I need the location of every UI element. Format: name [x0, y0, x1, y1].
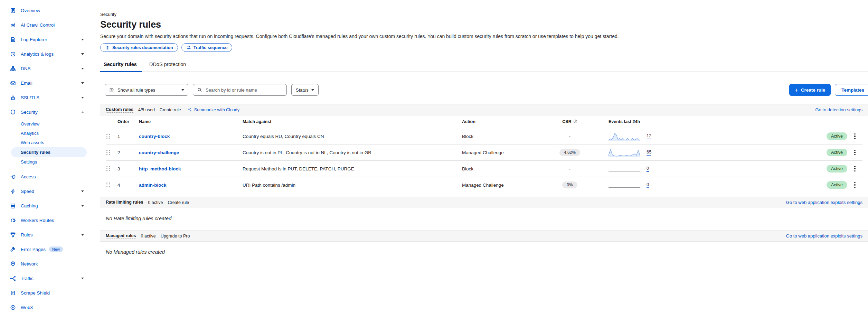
kebab-menu-icon[interactable] [853, 148, 857, 157]
sidebar-item-dns[interactable]: DNS [0, 61, 89, 76]
document-icon [10, 290, 16, 296]
sidebar-item-ai-crawl-control[interactable]: AI Crawl Control [0, 18, 89, 32]
table-row: 2 country-challenge Country is not in PL… [106, 144, 862, 161]
events-count-link[interactable]: 0 [647, 166, 649, 172]
tab-bar: Security rules DDoS protection [100, 62, 868, 72]
sidebar-item-label: Email [21, 81, 81, 86]
sidebar-item-overview[interactable]: Overview [0, 3, 89, 18]
sidebar-item-scrape-shield[interactable]: Scrape Shield [0, 286, 89, 300]
kebab-menu-icon[interactable] [853, 132, 857, 141]
sidebar-item-label: Traffic [21, 276, 81, 281]
events-count-link[interactable]: 12 [647, 133, 651, 139]
info-icon[interactable] [573, 119, 577, 124]
rule-csr: 0% [546, 181, 594, 188]
rate-limiting-create-link[interactable]: Create rule [168, 200, 189, 205]
rule-order: 4 [117, 183, 139, 188]
managed-rules-title: Managed rules [106, 233, 136, 239]
sidebar-subitem-analytics[interactable]: Analytics [0, 129, 89, 138]
rule-name-link[interactable]: http_method-block [139, 166, 243, 171]
status-badge: Active [827, 165, 847, 173]
network-tree-icon [10, 65, 16, 72]
rule-type-filter-select[interactable]: Show all rule types [105, 84, 188, 96]
rate-limiting-count: 0 active [148, 200, 163, 205]
sidebar-item-access[interactable]: Access [0, 169, 89, 184]
sidebar-item-label: AI Crawl Control [21, 22, 84, 28]
chevron-up-icon [81, 111, 84, 113]
events-count-link[interactable]: 0 [647, 182, 649, 188]
sidebar-item-analytics-logs[interactable]: Analytics & logs [0, 47, 89, 61]
rule-name-link[interactable]: country-challenge [139, 150, 243, 155]
custom-rules-title: Custom rules [106, 107, 133, 113]
sidebar-item-label: Web3 [21, 305, 84, 310]
sidebar-item-label: Network [21, 261, 84, 267]
traffic-sequence-button[interactable]: Traffic sequence [181, 43, 233, 52]
sidebar-item-error-pages[interactable]: Error Pages New [0, 242, 89, 257]
rule-name-link[interactable]: admin-block [139, 183, 243, 188]
rule-action: Managed Challenge [462, 150, 546, 155]
chevron-down-icon [81, 234, 84, 236]
kebab-menu-icon[interactable] [853, 181, 857, 189]
col-name: Name [139, 119, 243, 124]
events-sparkline [608, 131, 640, 141]
drag-handle-icon[interactable] [106, 150, 110, 155]
web-app-exploits-settings-link[interactable]: Go to web application exploits settings [786, 200, 862, 205]
web-app-exploits-settings-link[interactable]: Go to web application exploits settings [786, 233, 862, 239]
lightning-icon [10, 188, 16, 194]
custom-rules-create-link[interactable]: Create rule [160, 108, 181, 112]
sidebar-item-caching[interactable]: Caching [0, 198, 89, 213]
sidebar-item-label: Overview [21, 8, 84, 13]
sidebar: Overview AI Crawl Control Log Explorer A… [0, 0, 89, 317]
tab-security-rules[interactable]: Security rules [104, 62, 137, 72]
rule-csr: - [546, 134, 594, 139]
pie-chart-icon [10, 51, 16, 57]
status-filter-select[interactable]: Status [291, 84, 319, 96]
detection-settings-link[interactable]: Go to detection settings [815, 107, 862, 112]
rule-events-cell: 65 [594, 147, 667, 158]
rule-name-link[interactable]: country-block [139, 134, 243, 139]
sidebar-item-label: Log Explorer [21, 37, 81, 42]
drag-handle-icon[interactable] [106, 134, 110, 139]
map-pin-icon [10, 261, 16, 267]
status-badge: Active [827, 181, 847, 189]
sidebar-item-log-explorer[interactable]: Log Explorer [0, 32, 89, 47]
sidebar-subitem-overview[interactable]: Overview [0, 119, 89, 129]
sidebar-item-web3[interactable]: Web3 [0, 300, 89, 315]
custom-rules-usage: 4/5 used [138, 108, 155, 112]
security-rules-documentation-button[interactable]: Security rules documentation [100, 43, 178, 52]
sidebar-item-email[interactable]: Email [0, 76, 89, 90]
upgrade-to-pro-link[interactable]: Upgrade to Pro [161, 234, 190, 239]
sidebar-item-security[interactable]: Security [0, 105, 89, 119]
sidebar-item-rules[interactable]: Rules [0, 227, 89, 242]
filters-toolbar: Show all rule types Status + Create rule… [100, 84, 868, 96]
kebab-menu-icon[interactable] [853, 165, 857, 173]
drag-handle-icon[interactable] [106, 183, 110, 187]
create-rule-button[interactable]: + Create rule [789, 84, 831, 96]
security-submenu: Overview Analytics Web assets Security r… [0, 119, 89, 167]
sidebar-item-ssl-tls[interactable]: SSL/TLS [0, 90, 89, 105]
events-flatline [608, 164, 640, 174]
chevron-down-icon [81, 97, 84, 99]
sidebar-item-traffic[interactable]: Traffic [0, 271, 89, 286]
drag-handle-icon[interactable] [106, 166, 110, 171]
web3-icon [10, 304, 16, 310]
sidebar-subitem-security-rules[interactable]: Security rules [11, 147, 87, 157]
tab-ddos-protection[interactable]: DDoS protection [149, 62, 186, 72]
templates-button[interactable]: Templates [835, 84, 868, 96]
main-content: Security Security rules Secure your doma… [89, 0, 868, 317]
events-count-link[interactable]: 65 [647, 149, 651, 156]
rule-events-cell: 0 [594, 164, 667, 174]
sidebar-subitem-web-assets[interactable]: Web assets [0, 138, 89, 147]
summarize-with-cloudy-link[interactable]: Summarize with Cloudy [187, 108, 239, 112]
col-action: Action [462, 119, 546, 124]
sidebar-item-network[interactable]: Network [0, 257, 89, 271]
chevron-down-icon [81, 205, 84, 207]
sidebar-subitem-settings[interactable]: Settings [0, 157, 89, 167]
rule-action: Managed Challenge [462, 183, 546, 188]
swap-arrows-icon [186, 45, 191, 50]
search-input[interactable] [205, 87, 282, 93]
sidebar-item-workers-routes[interactable]: Workers Routes [0, 213, 89, 227]
sparkle-icon [187, 108, 192, 112]
robot-icon [10, 22, 16, 28]
shield-icon [10, 109, 16, 115]
sidebar-item-speed[interactable]: Speed [0, 184, 89, 198]
